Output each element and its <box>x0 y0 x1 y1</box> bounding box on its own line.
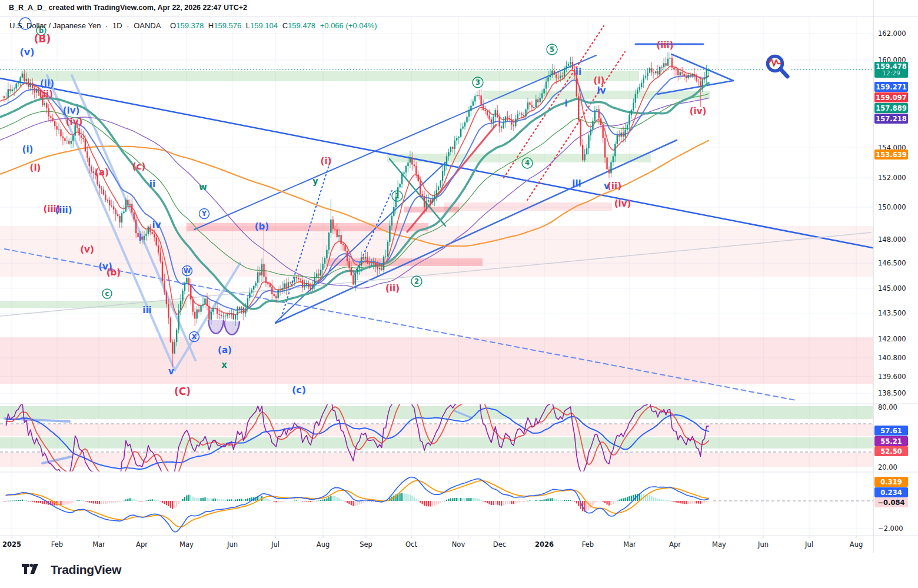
candle-body <box>162 261 163 281</box>
candle-body <box>19 77 21 82</box>
candle-body <box>614 144 616 157</box>
wave-label[interactable]: Y <box>201 210 207 218</box>
price-zone[interactable] <box>0 337 873 384</box>
candle-body <box>168 304 169 317</box>
wave-label[interactable]: (i) <box>321 156 332 167</box>
wave-label[interactable]: 4 <box>525 159 530 167</box>
macd-hist-bar <box>26 500 27 501</box>
candle-body <box>202 304 204 305</box>
wave-label[interactable]: i <box>138 232 141 243</box>
rsi-zone <box>0 424 873 436</box>
wave-label[interactable]: (c) <box>132 161 146 172</box>
candle-body <box>491 119 492 123</box>
wave-label[interactable]: (ii) <box>40 78 54 89</box>
axis-badge-value: 57.61 <box>880 427 902 435</box>
candle-body <box>466 117 467 122</box>
wave-label[interactable]: (C) <box>174 386 191 397</box>
wave-label[interactable]: (c) <box>292 384 306 396</box>
wave-label[interactable]: (b) <box>255 221 269 232</box>
candle-body <box>464 122 465 127</box>
macd-hist-bar <box>274 501 275 501</box>
wave-label[interactable]: ii <box>576 67 581 77</box>
wave-label[interactable]: (ii) <box>39 89 53 99</box>
wave-label[interactable]: c <box>105 290 109 298</box>
wave-label[interactable]: 1 <box>395 192 400 200</box>
candle-body <box>145 234 147 235</box>
wave-label[interactable]: (B) <box>34 33 51 45</box>
macd-hist-bar <box>330 496 331 501</box>
wave-label[interactable]: (iv) <box>66 117 83 127</box>
wave-label[interactable]: W <box>184 267 191 275</box>
wave-label[interactable]: iv <box>597 85 606 96</box>
price-zone[interactable] <box>444 202 612 211</box>
wave-label[interactable]: 2 <box>414 277 419 285</box>
macd-hist-bar <box>292 501 293 501</box>
arc-drawing[interactable] <box>224 321 240 335</box>
symbol-name[interactable]: U.S. Dollar / Japanese Yen <box>9 21 101 30</box>
wave-label[interactable]: (i) <box>22 144 34 155</box>
macd-hist-bar <box>450 499 451 501</box>
price-zone[interactable] <box>21 71 639 81</box>
macd-hist-bar <box>669 500 670 501</box>
wave-label[interactable]: (iv) <box>690 106 707 117</box>
candle-body <box>290 282 291 283</box>
macd-hist-bar <box>438 501 439 504</box>
wave-label[interactable]: iv <box>152 220 161 230</box>
candle-body <box>81 135 82 138</box>
wave-label[interactable]: v <box>168 366 174 377</box>
wave-label[interactable]: iii <box>142 305 151 315</box>
wave-label[interactable]: 5 <box>550 45 554 54</box>
candle-body <box>113 207 114 210</box>
macd-hist-bar <box>245 499 246 501</box>
wave-label[interactable]: (a) <box>95 167 109 178</box>
candle-body <box>245 308 246 313</box>
wave-label[interactable]: i <box>564 98 567 109</box>
macd-hist-bar <box>170 501 171 508</box>
wave-label[interactable]: (b) <box>107 267 121 278</box>
wave-label[interactable]: (ii) <box>607 181 621 191</box>
wave-label[interactable]: (v) <box>19 46 34 58</box>
wave-label[interactable]: (iii) <box>55 205 72 215</box>
candle-body <box>78 128 79 135</box>
symbol-info-row[interactable]: U.S. Dollar / Japanese Yen · 1D · OANDA … <box>9 21 380 30</box>
macd-hist-bar <box>351 501 352 505</box>
wave-label[interactable]: (iv) <box>614 198 631 209</box>
wave-label[interactable]: (iii) <box>656 40 673 51</box>
wave-label[interactable]: ii <box>149 179 155 190</box>
macd-hist-bar <box>487 501 488 503</box>
wave-label[interactable]: (i) <box>594 75 605 86</box>
macd-hist-bar <box>278 501 279 502</box>
chart-canvas[interactable]: b(B)(v)(ii)(ii)(iv)(iv)(i)(i)(a)(c)iiw(i… <box>0 0 918 556</box>
wave-label[interactable]: (v) <box>80 244 94 255</box>
candle-body <box>352 275 354 284</box>
time-axis[interactable]: 2025FebMarAprMayJunJulAugSepOctNovDec202… <box>2 536 863 549</box>
wave-label[interactable]: y <box>312 176 318 187</box>
macd-hist-bar <box>152 499 153 501</box>
macd-pane[interactable] <box>4 477 873 532</box>
wave-label[interactable]: (ii) <box>385 283 400 294</box>
wave-label[interactable]: X <box>192 333 197 341</box>
candle-body <box>365 257 366 258</box>
candle-body <box>655 71 656 73</box>
macd-hist-bar <box>28 501 29 501</box>
timeframe[interactable]: 1D <box>112 21 122 30</box>
macd-hist-bar <box>551 498 553 501</box>
wave-label[interactable]: 3 <box>475 78 480 87</box>
wave-label[interactable]: iii <box>572 178 581 189</box>
macd-hist-bar <box>66 501 68 504</box>
macd-hist-bar <box>631 496 632 501</box>
high-value: 159.576 <box>214 21 241 30</box>
wave-label[interactable]: w <box>199 182 207 192</box>
wave-label[interactable]: (a) <box>218 345 232 356</box>
price-zone[interactable] <box>483 91 710 99</box>
rsi-pane[interactable] <box>0 393 873 483</box>
macd-hist-bar <box>454 498 455 501</box>
macd-hist-bar <box>436 501 437 505</box>
wave-label[interactable]: x <box>221 360 227 370</box>
wave-label[interactable]: (iv) <box>63 105 80 116</box>
macd-hist-bar <box>691 501 693 504</box>
arc-drawing[interactable] <box>208 320 224 334</box>
wave-label[interactable]: (i) <box>30 162 41 173</box>
price-pane[interactable] <box>0 26 873 400</box>
macd-hist-bar <box>483 501 484 501</box>
